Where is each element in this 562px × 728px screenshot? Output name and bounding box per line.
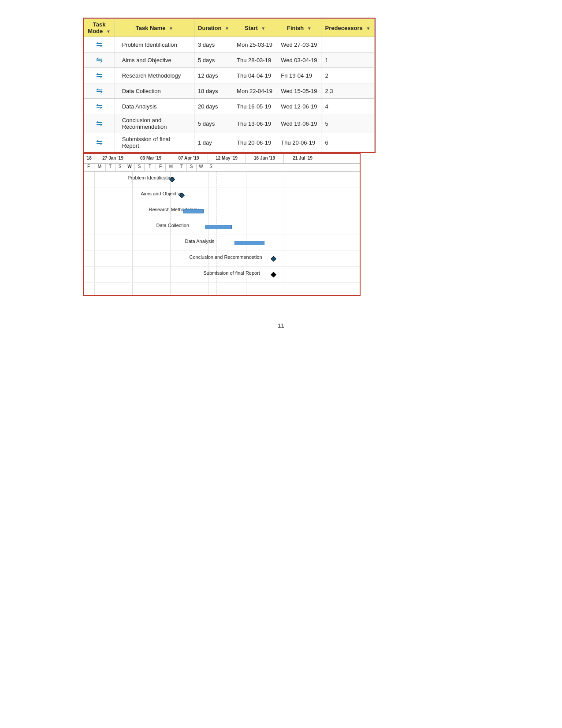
gantt-milestone-6 xyxy=(271,256,276,261)
gantt-bar-4 xyxy=(205,225,232,229)
cell-start: Thu 16-05-19 xyxy=(233,99,277,114)
cell-predecessors xyxy=(321,37,374,52)
table-row: ⇋Data Analysis20 daysThu 16-05-19Wed 12-… xyxy=(84,99,374,114)
table-row: ⇋Submission of finalReport1 dayThu 20-06… xyxy=(84,133,374,152)
table-row: ⇋Data Collection18 daysMon 22-04-19Wed 1… xyxy=(84,83,374,99)
cell-start: Mon 22-04-19 xyxy=(233,83,277,99)
cell-task-name: Aims and Objective xyxy=(115,52,194,68)
cell-task-name: Submission of finalReport xyxy=(115,133,194,152)
gantt-row-5: Data Analysis xyxy=(84,235,361,251)
col-header-duration[interactable]: Duration ▼ xyxy=(194,19,233,37)
gantt-milestone-2 xyxy=(179,192,185,198)
gantt-milestone-1 xyxy=(169,176,175,182)
task-mode-icon: ⇋ xyxy=(96,102,103,111)
cell-task-mode: ⇋ xyxy=(84,52,115,68)
gantt-label-5: Data Analysis xyxy=(185,239,215,244)
table-row: ⇋Research Methodology12 daysThu 04-04-19… xyxy=(84,68,374,83)
gantt-row-6: Conclusion and Recommendetion xyxy=(84,251,361,267)
cell-finish: Wed 27-03-19 xyxy=(277,37,321,52)
cell-task-mode: ⇋ xyxy=(84,68,115,83)
gantt-tl-5: 12 May '19 xyxy=(208,154,246,163)
cell-finish: Wed 03-04-19 xyxy=(277,52,321,68)
cell-predecessors: 4 xyxy=(321,99,374,114)
gantt-chart-body: Problem Identification Aims and Objectiv… xyxy=(84,172,361,295)
table-row: ⇋Problem Identification3 daysMon 25-03-1… xyxy=(84,37,374,52)
gantt-sh-f2: F xyxy=(156,164,166,171)
gantt-tl-6: 16 Jun '19 xyxy=(246,154,284,163)
cell-task-name: Data Collection xyxy=(115,83,194,99)
cell-predecessors: 2 xyxy=(321,68,374,83)
task-mode-icon: ⇋ xyxy=(96,56,103,64)
gantt-sh-s4: S xyxy=(206,164,216,171)
col-header-finish[interactable]: Finish ▼ xyxy=(277,19,321,37)
cell-start: Thu 20-06-19 xyxy=(233,133,277,152)
col-header-start[interactable]: Start ▼ xyxy=(233,19,277,37)
gantt-sh-s1: S xyxy=(115,164,125,171)
gantt-sh-w: W xyxy=(125,164,135,171)
gantt-sh-t2: T xyxy=(145,164,156,171)
gantt-label-6: Conclusion and Recommendetion xyxy=(190,254,262,260)
gantt-row-2: Aims and Objective xyxy=(84,187,361,203)
cell-start: Thu 28-03-19 xyxy=(233,52,277,68)
cell-task-mode: ⇋ xyxy=(84,83,115,99)
cell-task-name: Conclusion andRecommendetion xyxy=(115,114,194,133)
table-row: ⇋Conclusion andRecommendetion5 daysThu 1… xyxy=(84,114,374,133)
gantt-tl-7: 21 Jul '19 xyxy=(284,154,322,163)
cell-task-mode: ⇋ xyxy=(84,99,115,114)
cell-finish: Wed 12-06-19 xyxy=(277,99,321,114)
gantt-tl-2: 27 Jan '19 xyxy=(94,154,132,163)
gantt-table: TaskMode ▼ Task Name ▼ Duration ▼ Start … xyxy=(84,19,375,152)
gantt-row-3: Research Methodology xyxy=(84,203,361,219)
cell-finish: Wed 15-05-19 xyxy=(277,83,321,99)
cell-task-name: Research Methodology xyxy=(115,68,194,83)
cell-predecessors: 1 xyxy=(321,52,374,68)
cell-predecessors: 6 xyxy=(321,133,374,152)
gantt-sh-w2: W xyxy=(197,164,206,171)
task-mode-icon: ⇋ xyxy=(96,119,103,128)
cell-task-name: Problem Identification xyxy=(115,37,194,52)
cell-predecessors: 5 xyxy=(321,114,374,133)
task-mode-icon: ⇋ xyxy=(96,40,103,49)
cell-finish: Fri 19-04-19 xyxy=(277,68,321,83)
cell-start: Thu 13-06-19 xyxy=(233,114,277,133)
page-number: 11 xyxy=(0,322,562,329)
col-header-task-mode[interactable]: TaskMode ▼ xyxy=(84,19,115,37)
gantt-sh-s2: S xyxy=(135,164,145,171)
gantt-sh-s3: S xyxy=(187,164,197,171)
cell-duration: 18 days xyxy=(194,83,233,99)
col-header-task-name[interactable]: Task Name ▼ xyxy=(115,19,194,37)
col-header-predecessors[interactable]: Predecessors ▼ xyxy=(321,19,374,37)
gantt-row-7: Submission of final Report xyxy=(84,267,361,283)
cell-task-mode: ⇋ xyxy=(84,114,115,133)
cell-start: Thu 04-04-19 xyxy=(233,68,277,83)
cell-task-mode: ⇋ xyxy=(84,133,115,152)
cell-finish: Thu 20-06-19 xyxy=(277,133,321,152)
cell-predecessors: 2,3 xyxy=(321,83,374,99)
gantt-sh-t3: T xyxy=(177,164,187,171)
cell-duration: 5 days xyxy=(194,114,233,133)
gantt-sh-m2: M xyxy=(166,164,177,171)
gantt-table-wrapper: TaskMode ▼ Task Name ▼ Duration ▼ Start … xyxy=(83,18,376,153)
task-mode-icon: ⇋ xyxy=(96,86,103,95)
cell-finish: Wed 19-06-19 xyxy=(277,114,321,133)
cell-task-name: Data Analysis xyxy=(115,99,194,114)
gantt-timeline-header: '18 27 Jan '19 03 Mar '19 07 Apr '19 12 … xyxy=(84,154,360,164)
gantt-label-7: Submission of final Report xyxy=(204,270,260,276)
gantt-label-4: Data Collection xyxy=(156,223,190,228)
task-mode-icon: ⇋ xyxy=(96,71,103,80)
gantt-bar-5 xyxy=(234,241,264,245)
gantt-sh-m: M xyxy=(94,164,106,171)
gantt-tl-1: '18 xyxy=(84,154,94,163)
gantt-sh-f1: F xyxy=(84,164,94,171)
cell-start: Mon 25-03-19 xyxy=(233,37,277,52)
gantt-chart-wrapper: '18 27 Jan '19 03 Mar '19 07 Apr '19 12 … xyxy=(83,153,361,296)
gantt-bar-3 xyxy=(183,209,204,213)
gantt-label-2: Aims and Objective xyxy=(141,191,183,196)
cell-duration: 1 day xyxy=(194,133,233,152)
cell-task-mode: ⇋ xyxy=(84,37,115,52)
gantt-subheader: F M T S W S T F M T S W S xyxy=(84,164,360,172)
gantt-row-1: Problem Identification xyxy=(84,172,361,187)
task-mode-icon: ⇋ xyxy=(96,138,103,147)
gantt-sh-t1: T xyxy=(106,164,115,171)
cell-duration: 5 days xyxy=(194,52,233,68)
